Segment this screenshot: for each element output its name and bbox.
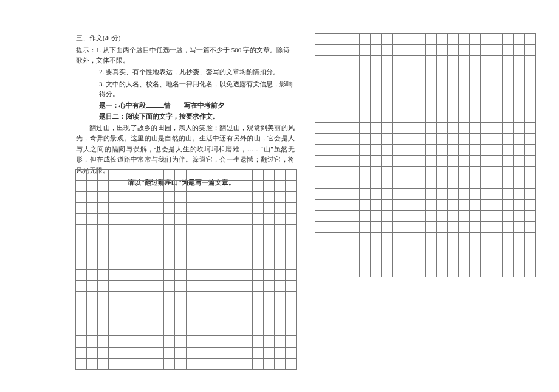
grid-cell bbox=[348, 144, 359, 155]
grid-cell bbox=[337, 177, 348, 188]
grid-cell bbox=[470, 34, 481, 45]
grid-cell bbox=[436, 45, 447, 56]
grid-cell bbox=[263, 269, 274, 280]
topic1-prefix: 题一：心中有段 bbox=[99, 101, 146, 109]
grid-cell bbox=[274, 258, 285, 269]
grid-cell bbox=[524, 211, 535, 222]
grid-cell bbox=[164, 258, 175, 269]
grid-cell bbox=[348, 222, 359, 233]
grid-cell bbox=[252, 202, 263, 213]
grid-cell bbox=[98, 347, 109, 358]
grid-cell bbox=[315, 56, 326, 67]
grid-cell bbox=[381, 45, 392, 56]
grid-cell bbox=[153, 269, 164, 280]
grid-cell bbox=[425, 255, 436, 266]
grid-cell bbox=[186, 314, 197, 325]
grid-cell bbox=[164, 292, 175, 303]
grid-cell bbox=[381, 100, 392, 111]
grid-cell bbox=[348, 167, 359, 177]
grid-cell bbox=[315, 78, 326, 89]
grid-cell bbox=[337, 78, 348, 89]
grid-cell bbox=[492, 211, 502, 222]
grid-cell bbox=[153, 202, 164, 213]
grid-cell bbox=[120, 202, 131, 213]
passage-text: 翻过山，出现了故乡的田园，亲人的笑脸；翻过山，观赏到美丽的风光，奇异的景观。这里… bbox=[76, 123, 295, 176]
grid-cell bbox=[393, 233, 403, 244]
grid-cell bbox=[208, 347, 219, 358]
grid-cell bbox=[252, 336, 263, 347]
grid-cell bbox=[175, 347, 186, 358]
grid-cell bbox=[241, 247, 252, 258]
grid-cell bbox=[326, 233, 337, 244]
grid-cell bbox=[208, 314, 219, 325]
grid-cell bbox=[436, 188, 447, 199]
topic-1: 题一：心中有段情——写在中考前夕 bbox=[76, 101, 295, 110]
grid-cell bbox=[359, 45, 370, 56]
grid-cell bbox=[326, 45, 337, 56]
grid-cell bbox=[524, 167, 535, 177]
grid-cell bbox=[513, 211, 524, 222]
grid-cell bbox=[230, 202, 241, 213]
grid-cell bbox=[447, 255, 458, 266]
grid-cell bbox=[109, 247, 120, 258]
grid-cell bbox=[459, 45, 470, 56]
grid-cell bbox=[175, 258, 186, 269]
grid-cell bbox=[197, 181, 208, 191]
grid-cell bbox=[348, 89, 359, 100]
grid-cell bbox=[230, 325, 241, 336]
grid-cell bbox=[393, 100, 403, 111]
grid-cell bbox=[370, 100, 381, 111]
grid-cell bbox=[230, 336, 241, 347]
grid-cell bbox=[175, 247, 186, 258]
grid-cell bbox=[359, 255, 370, 266]
grid-cell bbox=[186, 280, 197, 291]
grid-cell bbox=[481, 167, 492, 177]
grid-cell bbox=[263, 202, 274, 213]
grid-cell bbox=[230, 314, 241, 325]
grid-cell bbox=[186, 214, 197, 225]
grid-cell bbox=[252, 303, 263, 314]
grid-cell bbox=[285, 191, 296, 202]
grid-cell bbox=[219, 202, 230, 213]
grid-cell bbox=[76, 325, 87, 336]
grid-cell bbox=[459, 34, 470, 45]
grid-cell bbox=[142, 225, 153, 236]
grid-cell bbox=[175, 314, 186, 325]
grid-cell bbox=[425, 89, 436, 100]
grid-cell bbox=[492, 34, 502, 45]
grid-cell bbox=[459, 177, 470, 188]
grid-cell bbox=[502, 67, 513, 78]
grid-cell bbox=[502, 177, 513, 188]
grid-cell bbox=[425, 244, 436, 255]
grid-cell bbox=[436, 34, 447, 45]
grid-cell bbox=[98, 202, 109, 213]
grid-cell bbox=[447, 78, 458, 89]
grid-cell bbox=[381, 266, 392, 277]
grid-cell bbox=[208, 325, 219, 336]
grid-cell bbox=[241, 269, 252, 280]
grid-cell bbox=[381, 199, 392, 210]
grid-cell bbox=[230, 303, 241, 314]
grid-cell bbox=[175, 292, 186, 303]
grid-cell bbox=[436, 144, 447, 155]
grid-cell bbox=[370, 89, 381, 100]
grid-cell bbox=[502, 45, 513, 56]
grid-cell bbox=[252, 191, 263, 202]
grid-cell bbox=[186, 181, 197, 191]
grid-cell bbox=[98, 303, 109, 314]
grid-cell bbox=[76, 202, 87, 213]
grid-cell bbox=[459, 188, 470, 199]
grid-cell bbox=[348, 133, 359, 144]
grid-cell bbox=[208, 280, 219, 291]
grid-cell bbox=[326, 78, 337, 89]
grid-cell bbox=[403, 34, 414, 45]
grid-cell bbox=[348, 177, 359, 188]
grid-cell bbox=[348, 188, 359, 199]
grid-cell bbox=[492, 67, 502, 78]
grid-cell bbox=[76, 225, 87, 236]
grid-cell bbox=[98, 336, 109, 347]
grid-cell bbox=[348, 255, 359, 266]
grid-cell bbox=[285, 225, 296, 236]
grid-cell bbox=[393, 45, 403, 56]
grid-cell bbox=[109, 236, 120, 247]
